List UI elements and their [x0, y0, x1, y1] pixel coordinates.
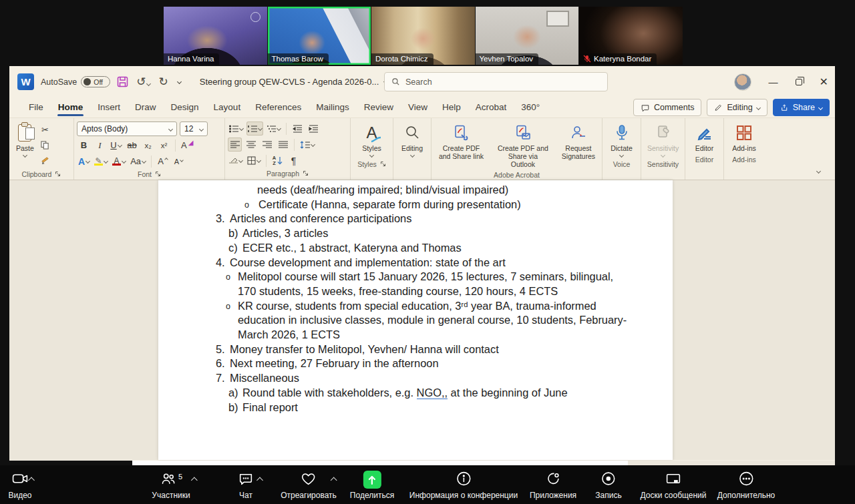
restore-button[interactable] — [796, 79, 802, 85]
sensitivity-button[interactable]: Sensitivity — [644, 121, 682, 158]
video-tile-kateryna-bondar[interactable]: Kateryna Bondar — [579, 7, 683, 65]
minimize-button[interactable]: — — [769, 77, 778, 87]
borders-button[interactable] — [246, 154, 262, 168]
line-spacing-button[interactable] — [299, 138, 316, 152]
document-title[interactable]: Steering group QEW-CVLS - Agenda 2026-0.… — [200, 77, 388, 87]
addins-button[interactable]: Add-ins — [727, 121, 761, 154]
editor-button[interactable]: Editor — [688, 121, 721, 154]
grow-font-button[interactable]: A — [156, 154, 170, 168]
chevron-up-icon[interactable] — [28, 477, 35, 484]
account-avatar[interactable] — [734, 73, 751, 91]
editing-mode-button[interactable]: Editing — [707, 99, 767, 116]
shading-button[interactable] — [228, 154, 244, 168]
tab-acrobat[interactable]: Acrobat — [468, 98, 514, 117]
video-tile-thomas-barow[interactable]: Thomas Barow — [268, 7, 371, 65]
doc-line: needs (deaf/hearing impaired; blind/visu… — [158, 183, 673, 198]
create-pdf-share-outlook-button[interactable]: Create PDF and Share via Outlook — [492, 121, 554, 170]
toolbar-label: Отреагировать — [281, 491, 337, 500]
font-name-select[interactable]: Aptos (Body) — [77, 121, 177, 136]
subscript-button[interactable]: x₂ — [141, 138, 155, 152]
editing-menu-button[interactable]: Editing — [396, 121, 428, 158]
word-logo-icon[interactable]: W — [17, 73, 34, 90]
customize-qat-icon[interactable] — [177, 79, 182, 84]
paragraph-dialog-launcher-icon[interactable] — [303, 170, 309, 176]
doc-line: b)Final report — [158, 401, 673, 415]
align-center-button[interactable] — [244, 138, 258, 152]
tab-help[interactable]: Help — [435, 98, 468, 117]
tab-home[interactable]: Home — [51, 98, 91, 117]
dictate-button[interactable]: Dictate — [605, 121, 638, 158]
font-dialog-launcher-icon[interactable] — [155, 171, 161, 177]
autosave-toggle[interactable]: AutoSave Off — [41, 76, 110, 87]
bold-button[interactable]: B — [77, 138, 91, 152]
toolbar-chat-button[interactable]: Чат — [238, 471, 254, 500]
search-input[interactable]: Search — [384, 72, 608, 91]
tab-layout[interactable]: Layout — [206, 98, 248, 117]
document-page[interactable]: needs (deaf/hearing impaired; blind/visu… — [158, 180, 673, 460]
justify-button[interactable] — [276, 138, 290, 152]
bullets-button[interactable] — [228, 121, 244, 136]
toolbar-info-button[interactable]: Информация о конференции — [409, 471, 518, 500]
toolbar-share-button[interactable]: Поделиться — [350, 471, 394, 500]
align-left-button[interactable] — [228, 138, 242, 152]
undo-button[interactable]: ↺ — [136, 76, 150, 87]
font-color-button[interactable]: A — [111, 154, 127, 168]
superscript-button[interactable]: x² — [157, 138, 171, 152]
clear-formatting-button[interactable]: A◢ — [180, 138, 194, 152]
toolbar-video-button[interactable]: Видео — [8, 471, 31, 500]
decrease-indent-button[interactable] — [291, 121, 305, 136]
toolbar-boards-button[interactable]: Доски сообщений — [640, 471, 706, 500]
chevron-up-icon[interactable] — [256, 477, 263, 484]
toolbar-more-button[interactable]: Дополнительно — [717, 471, 775, 500]
underline-button[interactable]: U — [109, 138, 123, 152]
highlight-color-button[interactable]: ✎ — [93, 154, 109, 168]
italic-button[interactable]: I — [93, 138, 107, 152]
sort-arrow-icon — [277, 156, 283, 165]
video-tile-hanna-varina[interactable]: Hanna Varina — [164, 7, 267, 65]
change-case-button[interactable]: Aa — [129, 154, 147, 168]
tab-review[interactable]: Review — [357, 98, 401, 117]
toolbar-react-button[interactable]: Отреагировать — [281, 471, 337, 500]
paste-button[interactable]: Paste — [12, 121, 38, 168]
align-right-button[interactable] — [260, 138, 274, 152]
paste-icon — [18, 124, 31, 142]
comments-button[interactable]: Comments — [633, 99, 701, 116]
strikethrough-button[interactable]: ab — [125, 138, 139, 152]
tab-file[interactable]: File — [21, 98, 51, 117]
tab-360-[interactable]: 360° — [514, 98, 547, 117]
increase-indent-button[interactable] — [307, 121, 321, 136]
tab-design[interactable]: Design — [164, 98, 206, 117]
chevron-up-icon[interactable] — [331, 477, 337, 484]
toolbar-participants-button[interactable]: 5Участники — [152, 471, 190, 500]
tab-draw[interactable]: Draw — [128, 98, 164, 117]
chevron-up-icon[interactable] — [190, 477, 197, 484]
video-tile-yevhen-topalov[interactable]: Yevhen Topalov — [476, 7, 579, 65]
numbering-button[interactable] — [246, 121, 263, 136]
multilevel-list-button[interactable] — [265, 121, 282, 136]
create-pdf-share-link-button[interactable]: Create PDF and Share link — [434, 121, 488, 170]
format-painter-button[interactable] — [38, 154, 52, 168]
collapse-ribbon-icon[interactable] — [816, 169, 821, 174]
clipboard-dialog-launcher-icon[interactable] — [55, 171, 61, 177]
share-button[interactable]: Share — [773, 99, 830, 116]
video-tile-dorota-chimicz[interactable]: Dorota Chimicz — [371, 7, 475, 65]
toolbar-record-button[interactable]: Запись — [595, 471, 621, 500]
copy-button[interactable] — [38, 138, 52, 152]
font-size-select[interactable]: 12 — [180, 121, 208, 136]
tab-references[interactable]: References — [248, 98, 309, 117]
toolbar-apps-button[interactable]: Приложения — [530, 471, 576, 500]
redo-button[interactable]: ↻ — [158, 76, 168, 87]
text-effects-button[interactable]: A — [77, 154, 91, 168]
request-signatures-button[interactable]: Request Signatures — [558, 121, 599, 170]
close-button[interactable]: ✕ — [820, 75, 828, 88]
styles-dialog-launcher-icon[interactable] — [380, 161, 386, 167]
save-icon[interactable] — [117, 76, 128, 87]
styles-button[interactable]: A Styles — [353, 121, 390, 158]
tab-mailings[interactable]: Mailings — [309, 98, 357, 117]
tab-insert[interactable]: Insert — [90, 98, 128, 117]
sort-button[interactable]: AZ — [271, 154, 285, 168]
show-paragraph-marks-button[interactable]: ¶ — [287, 154, 301, 168]
shrink-font-button[interactable]: A — [172, 154, 186, 168]
cut-button[interactable]: ✂ — [38, 123, 52, 137]
tab-view[interactable]: View — [401, 98, 435, 117]
